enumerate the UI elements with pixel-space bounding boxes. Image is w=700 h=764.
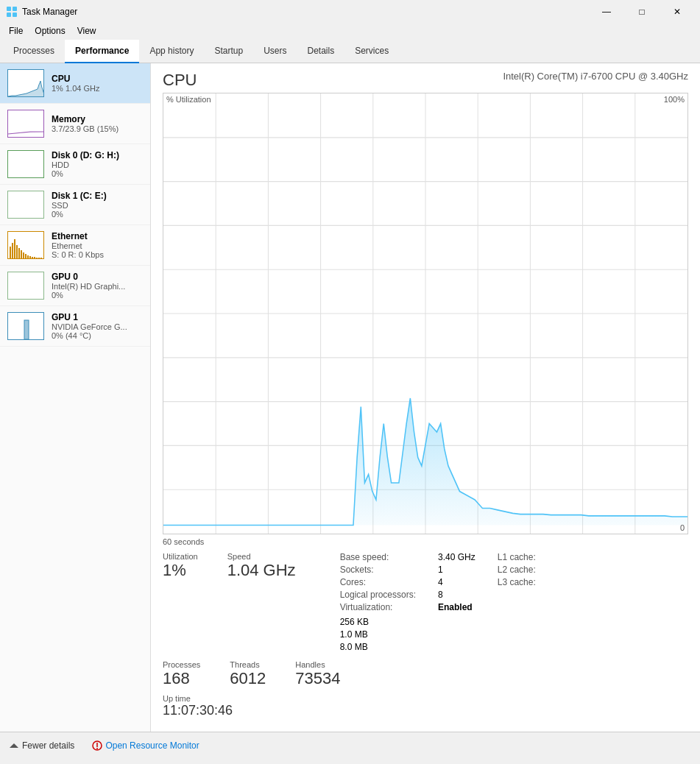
svg-rect-3 bbox=[13, 13, 17, 17]
stats-row-2: Processes 168 Threads 6012 Handles 73534 bbox=[163, 660, 688, 688]
disk1-sidebar-subtitle: SSD bbox=[52, 201, 143, 210]
handles-block: Handles 73534 bbox=[295, 660, 340, 688]
tab-services[interactable]: Services bbox=[344, 40, 399, 63]
cpu-chart: % Utilization 100% 0 bbox=[163, 93, 688, 534]
uptime-value: 11:07:30:46 bbox=[163, 703, 233, 718]
svg-rect-19 bbox=[24, 320, 29, 339]
footer: Fewer details Open Resource Monitor bbox=[0, 732, 700, 758]
sidebar-item-gpu1[interactable]: GPU 1 NVIDIA GeForce G... 0% (44 °C) bbox=[0, 306, 150, 347]
svg-rect-15 bbox=[34, 257, 35, 258]
right-panel: CPU Intel(R) Core(TM) i7-6700 CPU @ 3.40… bbox=[151, 63, 700, 732]
memory-sidebar-info: Memory 3.7/23.9 GB (15%) bbox=[52, 114, 143, 133]
svg-rect-17 bbox=[38, 258, 40, 258]
minimize-button[interactable]: — bbox=[590, 3, 623, 21]
utilization-label: Utilization bbox=[163, 552, 198, 561]
l1-key: L1 cache: bbox=[498, 552, 536, 562]
virt-key: Virtualization: bbox=[340, 602, 416, 612]
processes-label: Processes bbox=[163, 660, 200, 669]
fewer-details-label: Fewer details bbox=[22, 740, 74, 751]
ethernet-sidebar-value: S: 0 R: 0 Kbps bbox=[52, 250, 143, 259]
details-vals-1: 3.40 GHz 1 4 8 Enabled bbox=[438, 552, 475, 615]
tab-startup[interactable]: Startup bbox=[204, 40, 253, 63]
sockets-key: Sockets: bbox=[340, 565, 416, 575]
utilization-block: Utilization 1% bbox=[163, 552, 198, 654]
gpu0-sidebar-info: GPU 0 Intel(R) HD Graphi... 0% bbox=[52, 272, 143, 300]
svg-rect-16 bbox=[36, 258, 38, 258]
chart-y-label: % Utilization bbox=[166, 95, 211, 104]
menu-file[interactable]: File bbox=[3, 24, 29, 38]
chart-time-label: 60 seconds bbox=[163, 537, 688, 546]
sidebar-item-disk1[interactable]: Disk 1 (C: E:) SSD 0% bbox=[0, 185, 150, 225]
titlebar: Task Manager — □ ✕ bbox=[0, 0, 700, 22]
l3-val: 8.0 MB bbox=[340, 642, 416, 652]
ethernet-mini-graph bbox=[7, 231, 44, 259]
svg-rect-11 bbox=[25, 254, 26, 258]
details-vals-2: 256 KB 1.0 MB 8.0 MB bbox=[340, 617, 416, 654]
cpu-sidebar-title: CPU bbox=[52, 74, 143, 84]
processes-value: 168 bbox=[163, 669, 200, 688]
gpu0-sidebar-subtitle: Intel(R) HD Graphi... bbox=[52, 282, 143, 291]
ethernet-sidebar-info: Ethernet Ethernet S: 0 R: 0 Kbps bbox=[52, 231, 143, 259]
open-resource-monitor-label: Open Resource Monitor bbox=[105, 740, 199, 751]
svg-rect-10 bbox=[23, 252, 24, 258]
titlebar-controls: — □ ✕ bbox=[590, 3, 694, 21]
svg-rect-2 bbox=[7, 13, 11, 17]
open-resource-monitor-link[interactable]: Open Resource Monitor bbox=[92, 740, 199, 751]
menubar: File Options View bbox=[0, 22, 700, 40]
svg-rect-18 bbox=[40, 258, 42, 258]
l1-val: 256 KB bbox=[340, 617, 416, 627]
memory-sidebar-title: Memory bbox=[52, 114, 143, 124]
maximize-button[interactable]: □ bbox=[625, 3, 659, 21]
disk1-sidebar-info: Disk 1 (C: E:) SSD 0% bbox=[52, 191, 143, 219]
uptime-label: Up time bbox=[163, 694, 233, 703]
sockets-val: 1 bbox=[438, 565, 475, 575]
chart-0-label: 0 bbox=[680, 523, 685, 532]
fewer-details-button[interactable]: Fewer details bbox=[9, 740, 74, 751]
disk0-mini-graph bbox=[7, 150, 44, 178]
tab-performance[interactable]: Performance bbox=[65, 40, 139, 63]
sidebar-item-memory[interactable]: Memory 3.7/23.9 GB (15%) bbox=[0, 104, 150, 144]
cpu-mini-graph bbox=[7, 69, 44, 97]
menu-options[interactable]: Options bbox=[29, 24, 71, 38]
sidebar-item-gpu0[interactable]: GPU 0 Intel(R) HD Graphi... 0% bbox=[0, 266, 150, 306]
menu-view[interactable]: View bbox=[71, 24, 102, 38]
memory-mini-graph bbox=[7, 110, 44, 138]
gpu1-mini-graph bbox=[7, 312, 44, 340]
l3-key: L3 cache: bbox=[498, 577, 536, 587]
disk0-sidebar-info: Disk 0 (D: G: H:) HDD 0% bbox=[52, 150, 143, 178]
logical-key: Logical processors: bbox=[340, 590, 416, 600]
svg-rect-14 bbox=[32, 257, 33, 258]
tab-details[interactable]: Details bbox=[297, 40, 344, 63]
sidebar: CPU 1% 1.04 GHz Memory 3.7/23.9 GB (15%)… bbox=[0, 63, 151, 732]
uptime-block: Up time 11:07:30:46 bbox=[163, 694, 233, 718]
disk1-mini-graph bbox=[7, 191, 44, 219]
titlebar-left: Task Manager bbox=[6, 6, 77, 18]
tab-app-history[interactable]: App history bbox=[139, 40, 204, 63]
svg-rect-12 bbox=[27, 255, 29, 258]
sidebar-item-disk0[interactable]: Disk 0 (D: G: H:) HDD 0% bbox=[0, 144, 150, 185]
gpu1-sidebar-title: GPU 1 bbox=[52, 312, 143, 322]
details-keys-2: L1 cache: L2 cache: L3 cache: bbox=[498, 552, 536, 615]
tab-users[interactable]: Users bbox=[253, 40, 297, 63]
speed-value: 1.04 GHz bbox=[227, 561, 296, 580]
gpu1-sidebar-subtitle: NVIDIA GeForce G... bbox=[52, 322, 143, 331]
sidebar-item-cpu[interactable]: CPU 1% 1.04 GHz bbox=[0, 63, 150, 104]
svg-point-42 bbox=[96, 748, 98, 749]
details-right-panel: Base speed: Sockets: Cores: Logical proc… bbox=[340, 552, 536, 654]
sidebar-item-ethernet[interactable]: Ethernet Ethernet S: 0 R: 0 Kbps bbox=[0, 225, 150, 266]
virt-val: Enabled bbox=[438, 602, 475, 612]
disk1-sidebar-title: Disk 1 (C: E:) bbox=[52, 191, 143, 201]
tabbar: Processes Performance App history Startu… bbox=[0, 40, 700, 63]
cpu-header: CPU Intel(R) Core(TM) i7-6700 CPU @ 3.40… bbox=[163, 71, 688, 90]
processes-block: Processes 168 bbox=[163, 660, 200, 688]
cores-key: Cores: bbox=[340, 577, 416, 587]
tab-processes[interactable]: Processes bbox=[3, 40, 65, 63]
handles-value: 73534 bbox=[295, 669, 340, 688]
close-button[interactable]: ✕ bbox=[660, 3, 694, 21]
chart-100-label: 100% bbox=[664, 95, 685, 104]
cpu-model: Intel(R) Core(TM) i7-6700 CPU @ 3.40GHz bbox=[503, 71, 688, 82]
ethernet-sidebar-title: Ethernet bbox=[52, 231, 143, 241]
cpu-title: CPU bbox=[163, 71, 197, 90]
disk0-sidebar-subtitle: HDD bbox=[52, 160, 143, 169]
disk0-sidebar-value: 0% bbox=[52, 169, 143, 178]
